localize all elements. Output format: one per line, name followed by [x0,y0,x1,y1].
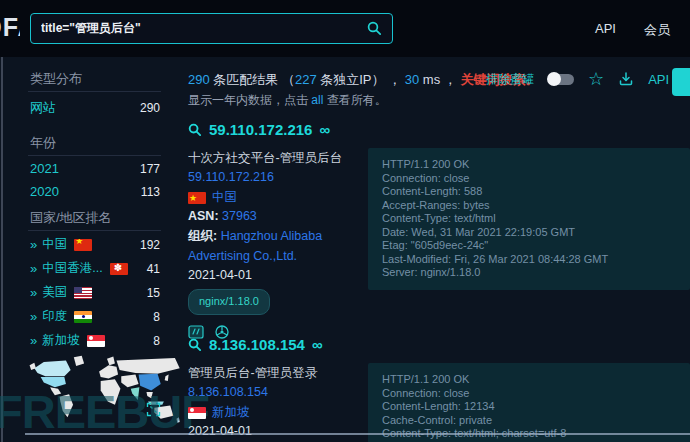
sidebar-item-hongkong[interactable]: » 中国香港... 41 [30,260,160,277]
http-header-line: HTTP/1.1 200 OK [382,158,676,172]
top-nav: API 会员 [595,21,670,39]
country-label: 中国香港... [42,260,102,277]
divider [28,91,161,92]
sidebar-section-year-title: 年份 [30,134,56,152]
country-count: 15 [147,286,160,300]
country-label: 美国 [42,284,67,301]
result-title[interactable]: 十次方社交平台-管理员后台 [188,149,368,168]
sidebar-item-india[interactable]: » 印度 8 [30,308,160,325]
country-count: 8 [153,334,160,348]
unique-ip-count: 227 [295,72,317,87]
note-text: 查看所有。 [323,93,386,107]
country-label: 中国 [42,236,67,253]
exclude-honeypot-toggle[interactable] [548,74,574,85]
sidebar-item-label: 2020 [30,184,59,199]
result-title[interactable]: 管理员后台-管理员登录 [188,364,368,383]
world-map[interactable] [28,352,186,432]
nav-api-link[interactable]: API [595,21,616,39]
divider [28,230,161,231]
exclude-honeypot-label: 排除蜜罐 [486,71,534,88]
country-count: 41 [147,262,160,276]
result-ip-link[interactable]: 8.136.108.154 [188,383,368,402]
country-name: 中国 [212,188,237,207]
result-country[interactable]: 中国 [188,188,368,207]
sidebar-section-type-title: 类型分布 [30,70,82,88]
favorite-star-icon[interactable]: ☆ [588,70,604,88]
sidebar-section-country-title: 国家/地区排名 [30,209,112,227]
sidebar-item-2020[interactable]: 2020 113 [30,184,160,199]
sidebar-item-singapore[interactable]: » 新加坡 8 [30,332,160,349]
result-date: 2021-04-01 [188,266,368,285]
http-header-line: Connection: close [382,387,676,401]
window-edge-line [1,57,3,442]
result-2-details: 管理员后台-管理员登录 8.136.108.154 新加坡 2021-04-01… [188,364,368,442]
sidebar-item-count: 290 [140,101,160,115]
divider [28,155,161,156]
summary-text: 条独立IP） ， [317,72,405,87]
chevron-double-icon: » [30,261,37,276]
result-controls: 排除蜜罐 ☆ API [486,70,669,88]
world-map-svg [28,352,186,432]
result-ip-link[interactable]: 59.110.172.216 [188,168,368,187]
sidebar-item-2021[interactable]: 2021 177 [30,161,160,176]
flag-in-icon [74,311,92,323]
result-1-details: 十次方社交平台-管理员后台 59.110.172.216 中国 ASN: 379… [188,149,368,340]
result-org: 组织: Hangzhou Alibaba Advertising Co.,Ltd… [188,226,368,266]
sidebar-item-count: 113 [141,185,160,199]
sidebar-item-china[interactable]: » 中国 192 [30,236,160,253]
result-date: 2021-04-01 [188,422,368,441]
sidebar-item-count: 177 [140,162,160,176]
chevron-double-icon: » [30,309,37,324]
query-time: 30 [405,72,419,87]
flag-cn-icon [74,239,92,251]
fofa-search-page: FOFA API 会员 类型分布 网站 290 年份 2021 177 2020… [0,0,690,442]
sidebar-item-usa[interactable]: » 美国 15 [30,284,160,301]
result-country[interactable]: 新加坡 [188,403,368,422]
http-header-line: Date: Wed, 31 Mar 2021 22:19:05 GMT [382,226,676,240]
link-icon[interactable]: ∞ [312,337,323,352]
country-name: 新加坡 [212,403,250,422]
api-export-link[interactable]: API [648,72,669,87]
summary-text: 条匹配结果 （ [210,72,295,87]
flag-sg-icon [188,407,206,419]
search-icon[interactable] [188,338,202,352]
map-fullscreen-icon[interactable] [146,402,161,417]
search-icon[interactable] [188,123,202,137]
result-1-header: 59.110.172.216 ∞ [188,121,330,138]
http-header-line: Last-Modified: Fri, 26 Mar 2021 08:44:28… [382,253,676,267]
http-header-line: Etag: "605d9eec-24c" [382,239,676,253]
sidebar-item-website[interactable]: 网站 290 [30,99,160,117]
result-ip-heading[interactable]: 8.136.108.154 [209,336,305,353]
search-icon[interactable] [367,21,382,36]
all-link[interactable]: all [311,93,323,107]
results-note: 显示一年内数据，点击 all 查看所有。 [188,92,387,109]
bottom-window-edge [25,433,690,435]
flag-sg-icon [87,335,105,347]
link-icon[interactable]: ∞ [319,122,330,137]
sidebar-item-label: 网站 [30,99,56,117]
summary-text: ms ， [419,72,460,87]
search-box [30,13,393,44]
http-header-line: HTTP/1.1 200 OK [382,373,676,387]
http-header-line: Cache-Control: private [382,414,676,428]
cut-off-action-button[interactable] [672,68,690,96]
asn-value[interactable]: 37963 [222,209,257,223]
asn-label: ASN: [188,209,219,223]
download-icon[interactable] [618,71,634,87]
match-count: 290 [188,72,210,87]
country-count: 192 [140,238,160,252]
http-header-line: Connection: close [382,172,676,186]
chevron-double-icon: » [30,237,37,252]
country-label: 新加坡 [42,332,80,349]
fofa-logo[interactable]: FOFA [0,13,20,43]
flag-hk-icon [110,263,128,275]
toggle-knob [547,72,561,86]
country-count: 8 [153,310,160,324]
nav-member-link[interactable]: 会员 [644,21,670,39]
result-asn: ASN: 37963 [188,207,368,226]
result-1-http-banner: HTTP/1.1 200 OKConnection: closeContent-… [368,148,690,290]
server-tag[interactable]: nginx/1.18.0 [188,289,270,315]
search-input[interactable] [41,22,367,36]
result-ip-heading[interactable]: 59.110.172.216 [209,121,312,138]
http-header-line: Content-Length: 588 [382,185,676,199]
